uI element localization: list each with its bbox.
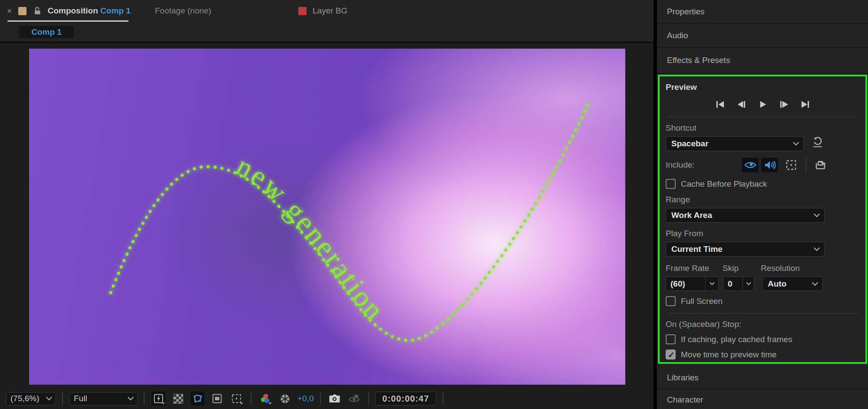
magnification-dropdown[interactable]: (75,6%) bbox=[6, 392, 56, 406]
unlock-icon[interactable] bbox=[33, 7, 42, 15]
previous-frame-button[interactable] bbox=[736, 99, 747, 110]
tab-footage[interactable]: Footage (none) bbox=[155, 6, 211, 16]
cache-before-playback-row[interactable]: Cache Before Playback bbox=[666, 179, 859, 189]
panel-tab-effects-presets[interactable]: Effects & Presets bbox=[657, 48, 868, 74]
range-dropdown[interactable]: Work Area bbox=[666, 208, 825, 223]
dropdown-corner-triangle bbox=[240, 402, 243, 405]
resolution-preview-dropdown[interactable]: Auto bbox=[762, 277, 823, 291]
active-tab-underline bbox=[7, 20, 129, 22]
skip-label: Skip bbox=[723, 264, 761, 273]
dropdown-corner-triangle bbox=[162, 402, 165, 405]
viewer-tab-bar: × Composition Comp 1 Footage (none) Laye bbox=[0, 0, 653, 43]
include-audio-speaker-icon[interactable] bbox=[761, 157, 779, 173]
move-time-row[interactable]: Move time to preview time bbox=[666, 350, 859, 360]
full-screen-row[interactable]: Full Screen bbox=[666, 296, 859, 306]
panel-tab-character[interactable]: Character bbox=[657, 389, 868, 409]
panel-tab-properties[interactable]: Properties bbox=[657, 0, 868, 24]
current-time-display[interactable]: 0:00:00:47 bbox=[375, 392, 437, 406]
include-video-eye-icon[interactable] bbox=[741, 157, 759, 173]
next-frame-button[interactable] bbox=[779, 99, 789, 110]
exposure-aperture-icon[interactable] bbox=[277, 391, 293, 406]
chevron-down-icon bbox=[793, 139, 799, 145]
chevron-down-icon bbox=[128, 394, 134, 400]
toolbar-divider bbox=[62, 393, 63, 405]
play-from-dropdown[interactable]: Current Time bbox=[666, 242, 825, 257]
layer-color-swatch bbox=[298, 7, 307, 15]
preview-panel: Preview S bbox=[658, 75, 867, 364]
skip-combo[interactable]: 0 bbox=[723, 277, 754, 291]
chevron-down-icon[interactable] bbox=[706, 277, 719, 291]
reset-settings-icon[interactable] bbox=[812, 137, 823, 147]
if-caching-row[interactable]: If caching, play cached frames bbox=[666, 334, 859, 344]
take-snapshot-icon[interactable] bbox=[327, 391, 343, 406]
resolution-dropdown[interactable]: Full bbox=[69, 392, 138, 406]
toolbar-divider bbox=[144, 393, 145, 405]
play-from-label: Play From bbox=[666, 229, 859, 238]
composition-color-swatch bbox=[18, 7, 26, 15]
close-panel-icon[interactable]: × bbox=[7, 7, 12, 15]
frame-rate-combo[interactable]: (60) bbox=[666, 277, 719, 291]
move-time-checkbox[interactable] bbox=[666, 350, 676, 360]
dropdown-corner-triangle bbox=[268, 402, 272, 405]
resolution-label: Resolution bbox=[761, 264, 800, 273]
range-label: Range bbox=[666, 195, 859, 204]
transport-controls bbox=[666, 99, 859, 110]
divider bbox=[667, 313, 858, 313]
chevron-down-icon bbox=[814, 245, 820, 251]
tab-composition[interactable]: Composition Comp 1 bbox=[48, 6, 131, 16]
preview-panel-title: Preview bbox=[666, 82, 697, 92]
toolbar-divider bbox=[442, 393, 443, 405]
viewer-toolbar: (75,6%) Full bbox=[0, 388, 653, 409]
chevron-down-icon bbox=[46, 394, 52, 400]
comp-1-viewer-tab[interactable]: Comp 1 bbox=[19, 26, 74, 38]
chevron-down-icon[interactable] bbox=[743, 277, 754, 291]
export-icon[interactable] bbox=[812, 157, 829, 173]
shortcut-label: Shortcut bbox=[666, 123, 859, 133]
panel-tab-libraries[interactable]: Libraries bbox=[657, 366, 868, 389]
chevron-down-icon bbox=[814, 211, 820, 217]
transparency-grid-icon[interactable] bbox=[170, 391, 186, 406]
full-screen-checkbox[interactable] bbox=[666, 296, 676, 306]
last-frame-button[interactable] bbox=[800, 99, 811, 110]
right-dock: Properties Audio Effects & Presets Previ… bbox=[657, 0, 868, 409]
composition-name: Comp 1 bbox=[100, 6, 131, 15]
toolbar-divider bbox=[368, 393, 369, 405]
shortcut-dropdown[interactable]: Spacebar bbox=[666, 136, 804, 151]
play-button[interactable] bbox=[757, 99, 768, 110]
show-snapshot-icon[interactable] bbox=[347, 391, 362, 406]
include-overlays-icon[interactable] bbox=[782, 157, 800, 173]
divider bbox=[806, 158, 806, 172]
film-grain-overlay bbox=[29, 49, 625, 385]
cache-before-playback-checkbox[interactable] bbox=[666, 179, 676, 189]
region-of-interest-icon[interactable] bbox=[209, 391, 225, 406]
tab-layer[interactable]: Layer BG bbox=[298, 0, 347, 22]
fast-previews-icon[interactable] bbox=[151, 391, 166, 406]
divider bbox=[667, 117, 858, 117]
toolbar-divider bbox=[251, 393, 251, 405]
mask-visibility-icon[interactable] bbox=[190, 391, 205, 406]
grid-guides-options-icon[interactable] bbox=[229, 391, 244, 406]
show-channel-rgb-icon[interactable] bbox=[257, 391, 273, 406]
composition-canvas[interactable]: new generation bbox=[29, 49, 625, 385]
first-frame-button[interactable] bbox=[715, 99, 726, 110]
exposure-value[interactable]: +0,0 bbox=[297, 394, 314, 403]
chevron-down-icon bbox=[812, 280, 818, 286]
include-label: Include: bbox=[666, 160, 710, 170]
after-effects-window: × Composition Comp 1 Footage (none) Laye bbox=[0, 0, 868, 409]
frame-rate-label: Frame Rate bbox=[666, 264, 723, 273]
on-stop-label: On (Spacebar) Stop: bbox=[666, 320, 859, 329]
toolbar-divider bbox=[320, 393, 321, 405]
panel-tab-audio[interactable]: Audio bbox=[657, 24, 868, 48]
composition-viewer-panel: × Composition Comp 1 Footage (none) Laye bbox=[0, 0, 653, 409]
if-caching-checkbox[interactable] bbox=[666, 334, 676, 344]
